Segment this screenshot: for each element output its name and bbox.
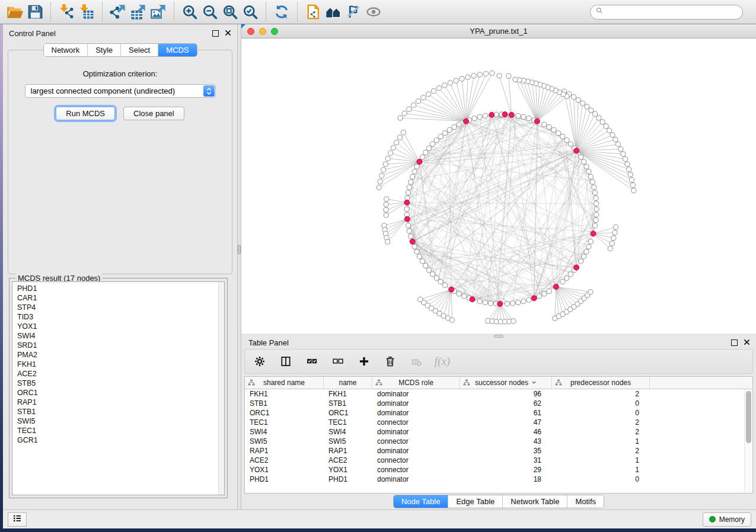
tab-network-table[interactable]: Network Table: [502, 495, 567, 508]
float-table-panel-icon[interactable]: [731, 339, 738, 346]
table-cell[interactable]: SWI5: [245, 437, 324, 446]
export-table-icon[interactable]: [128, 2, 148, 22]
table-cell[interactable]: 31: [460, 456, 552, 465]
table-cell[interactable]: PHD1: [245, 475, 324, 484]
open-icon[interactable]: [5, 2, 25, 22]
mcds-result-list[interactable]: PHD1CAR1STP4TID3YOX1SWI4SRD1PMA2FKH1ACE2…: [12, 281, 225, 495]
mcds-result-item[interactable]: YOX1: [17, 322, 224, 331]
table-cell[interactable]: 2: [552, 418, 650, 427]
table-cell[interactable]: 62: [460, 399, 552, 408]
flag-icon[interactable]: [343, 2, 363, 22]
table-cell[interactable]: STB1: [324, 399, 372, 408]
delete-icon[interactable]: [384, 355, 397, 368]
mcds-result-item[interactable]: GCR1: [17, 435, 224, 445]
mcds-result-item[interactable]: RAP1: [17, 398, 224, 407]
table-cell[interactable]: 2: [552, 427, 650, 437]
tab-select[interactable]: Select: [120, 44, 158, 56]
table-row[interactable]: SWI4SWI4dominator462: [245, 427, 752, 437]
table-cell[interactable]: 96: [460, 389, 552, 399]
table-row[interactable]: ACE2ACE2connector311: [245, 456, 752, 465]
table-cell[interactable]: TEC1: [245, 418, 324, 427]
mcds-result-item[interactable]: TID3: [17, 312, 224, 322]
table-cell[interactable]: ACE2: [245, 456, 324, 465]
table-cell[interactable]: 1: [552, 456, 650, 465]
mcds-result-item[interactable]: ACE2: [17, 369, 224, 379]
add-icon[interactable]: [358, 355, 371, 368]
table-cell[interactable]: 2: [552, 446, 650, 456]
gear-icon[interactable]: [253, 355, 266, 368]
mcds-result-item[interactable]: CAR1: [17, 293, 224, 303]
table-cell[interactable]: SWI5: [324, 437, 372, 446]
search-box[interactable]: [590, 5, 743, 20]
table-cell[interactable]: 35: [460, 446, 552, 456]
table-cell[interactable]: 43: [460, 437, 552, 446]
table-cell[interactable]: 29: [460, 465, 552, 475]
panel-resize-grip[interactable]: [494, 335, 503, 338]
table-cell[interactable]: dominator: [372, 427, 460, 437]
column-header-MCDS-role[interactable]: MCDS role: [372, 377, 460, 389]
table-cell[interactable]: RAP1: [324, 446, 372, 456]
save-icon[interactable]: [25, 2, 45, 22]
tab-node-table[interactable]: Node Table: [394, 495, 448, 508]
tab-style[interactable]: Style: [87, 44, 120, 56]
tab-motifs[interactable]: Motifs: [567, 495, 604, 508]
table-scrollbar-thumb[interactable]: [746, 391, 751, 443]
refresh-icon[interactable]: [272, 2, 292, 22]
mcds-result-item[interactable]: PMA2: [17, 350, 224, 360]
table-row[interactable]: TEC1TEC1connector472: [245, 418, 752, 427]
table-cell[interactable]: 18: [460, 475, 552, 484]
table-cell[interactable]: 1: [552, 465, 650, 475]
column-header-predecessor-nodes[interactable]: predecessor nodes: [552, 377, 650, 389]
column-header-shared-name[interactable]: shared name: [245, 377, 324, 389]
mcds-result-item[interactable]: ORC1: [17, 388, 224, 398]
table-cell[interactable]: 2: [552, 389, 650, 399]
table-cell[interactable]: dominator: [372, 389, 460, 399]
eye-icon[interactable]: [363, 2, 384, 22]
mcds-result-item[interactable]: SWI5: [17, 416, 224, 426]
close-table-panel-icon[interactable]: [744, 338, 750, 347]
table-cell[interactable]: YOX1: [245, 465, 324, 475]
splitter-grip[interactable]: [238, 245, 241, 254]
table-row[interactable]: ORC1ORC1dominator610: [245, 408, 752, 418]
zoom-in-icon[interactable]: [180, 2, 200, 22]
import-network-icon[interactable]: [56, 2, 76, 22]
zoom-out-icon[interactable]: [200, 2, 220, 22]
table-cell[interactable]: connector: [372, 418, 460, 427]
task-history-button[interactable]: [8, 512, 27, 527]
table-cell[interactable]: ORC1: [245, 408, 324, 418]
columns-icon[interactable]: [279, 355, 292, 368]
zoom-fit-icon[interactable]: [220, 2, 240, 22]
table-scrollbar[interactable]: [744, 390, 752, 492]
table-cell[interactable]: dominator: [372, 408, 460, 418]
table-cell[interactable]: PHD1: [324, 475, 372, 484]
table-row[interactable]: SWI5SWI5connector431: [245, 437, 752, 446]
share-document-icon[interactable]: [303, 2, 323, 22]
network-canvas[interactable]: [241, 39, 756, 334]
mcds-result-item[interactable]: STB5: [17, 379, 224, 388]
mcds-result-item[interactable]: TEC1: [17, 426, 224, 435]
mcds-list-scrollbar[interactable]: [218, 282, 224, 495]
clear-selection-icon[interactable]: [331, 355, 344, 368]
table-cell[interactable]: dominator: [372, 475, 460, 484]
search-input[interactable]: [604, 6, 742, 18]
mcds-result-item[interactable]: SWI4: [17, 331, 224, 341]
table-cell[interactable]: YOX1: [324, 465, 372, 475]
table-cell[interactable]: 47: [460, 418, 552, 427]
table-cell[interactable]: dominator: [372, 446, 460, 456]
table-cell[interactable]: connector: [372, 437, 460, 446]
table-cell[interactable]: FKH1: [324, 389, 372, 399]
table-cell[interactable]: 0: [552, 408, 650, 418]
tab-mcds[interactable]: MCDS: [158, 44, 196, 56]
table-cell[interactable]: 0: [552, 399, 650, 408]
column-header-name[interactable]: name: [324, 377, 372, 389]
table-cell[interactable]: TEC1: [324, 418, 372, 427]
table-cell[interactable]: SWI4: [245, 427, 324, 437]
table-cell[interactable]: connector: [372, 456, 460, 465]
mcds-result-item[interactable]: PHD1: [17, 284, 224, 293]
zoom-selected-icon[interactable]: [240, 2, 260, 22]
close-panel-icon[interactable]: [225, 29, 231, 38]
table-cell[interactable]: RAP1: [245, 446, 324, 456]
tab-edge-table[interactable]: Edge Table: [448, 495, 502, 508]
select-all-icon[interactable]: [305, 355, 318, 368]
float-panel-icon[interactable]: [212, 30, 219, 37]
